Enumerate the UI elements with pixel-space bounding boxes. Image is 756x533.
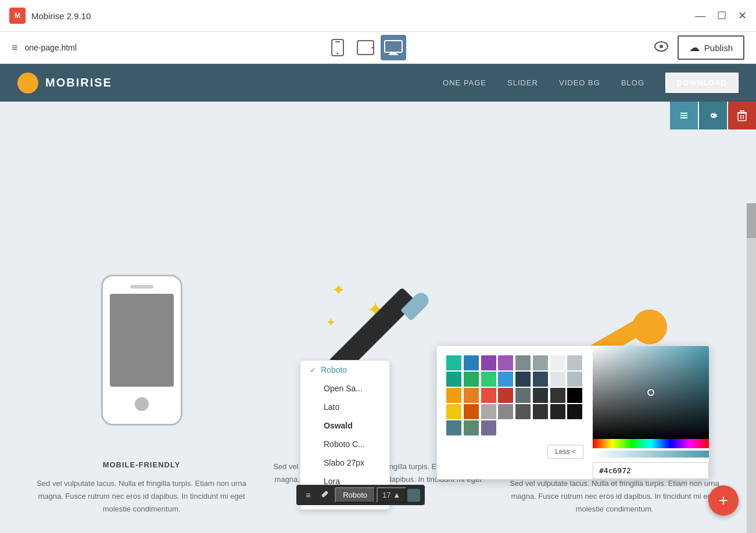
swatch-19[interactable] (481, 388, 496, 403)
swatch-11[interactable] (481, 372, 496, 387)
tablet-view-button[interactable] (353, 35, 378, 60)
app-logo: M (9, 8, 26, 24)
swatch-4[interactable] (498, 355, 513, 370)
edit-toolbar (670, 102, 756, 129)
hex-input[interactable] (593, 462, 709, 479)
col-1-image (35, 251, 248, 449)
swatch-29[interactable] (515, 404, 531, 419)
swatch-21[interactable] (515, 388, 531, 403)
font-option-lato[interactable]: Lato (300, 398, 389, 416)
svg-rect-3 (357, 41, 374, 55)
font-option-roboto[interactable]: ✓ Roboto (300, 361, 389, 379)
swatch-22[interactable] (533, 388, 548, 403)
swatch-20[interactable] (498, 388, 513, 403)
cloud-icon: ☁ (689, 41, 700, 54)
swatch-14[interactable] (533, 372, 548, 387)
swatch-24[interactable] (567, 388, 582, 403)
swatch-35[interactable] (481, 420, 496, 435)
swatch-27[interactable] (481, 404, 496, 419)
nav-link-video-bg[interactable]: VIDEO BG (559, 78, 600, 87)
publish-label: Publish (704, 43, 733, 53)
swatch-9[interactable] (446, 372, 461, 387)
font-option-roboto-c[interactable]: Roboto C... (300, 435, 389, 453)
swatch-7[interactable] (550, 355, 565, 370)
color-picker-panel: Less < (436, 345, 710, 480)
toolbar: ≡ one-page.html (0, 32, 756, 64)
mobile-view-button[interactable] (325, 35, 350, 60)
alpha-bar[interactable] (593, 451, 709, 458)
svg-rect-5 (385, 41, 402, 52)
nav-link-slider[interactable]: SLIDER (507, 78, 538, 87)
swatch-28[interactable] (498, 404, 513, 419)
sort-button[interactable] (670, 102, 698, 129)
swatch-31[interactable] (550, 404, 565, 419)
align-button[interactable]: ≡ (301, 488, 315, 502)
swatch-18[interactable] (464, 388, 479, 403)
file-name: one-page.html (25, 43, 77, 52)
add-block-button[interactable]: + (708, 485, 739, 516)
svg-point-9 (660, 45, 663, 48)
swatch-3[interactable] (481, 355, 496, 370)
swatch-30[interactable] (533, 404, 548, 419)
swatch-5[interactable] (515, 355, 531, 370)
close-button[interactable]: ✕ (738, 10, 747, 21)
nav-link-one-page[interactable]: ONE PAGE (443, 78, 486, 87)
toolbar-left: ≡ one-page.html (12, 42, 77, 54)
swatch-10[interactable] (464, 372, 479, 387)
menu-icon[interactable]: ≡ (12, 42, 18, 54)
swatch-12[interactable] (498, 372, 513, 387)
swatch-33[interactable] (446, 420, 461, 435)
scrollbar[interactable] (747, 203, 756, 533)
nav-link-blog[interactable]: BLOG (621, 78, 644, 87)
swatch-6[interactable] (533, 355, 548, 370)
less-button[interactable]: Less < (547, 445, 583, 459)
preview-button[interactable] (654, 41, 668, 55)
font-name-button[interactable]: Roboto (335, 487, 375, 503)
less-btn-wrapper: Less < (446, 440, 583, 459)
delete-button[interactable] (728, 102, 756, 129)
device-switcher (325, 35, 406, 60)
swatch-26[interactable] (464, 404, 479, 419)
maximize-button[interactable]: ☐ (717, 10, 726, 21)
swatch-2[interactable] (464, 355, 479, 370)
swatch-23[interactable] (550, 388, 565, 403)
window-controls: — ☐ ✕ (695, 10, 747, 21)
main-content: MOBILE-FRIENDLY Sed vel vulputate lacus.… (0, 102, 756, 533)
scrollbar-thumb[interactable] (747, 203, 756, 238)
hue-bar[interactable] (593, 439, 709, 448)
brand-name: MOBIRISE (45, 76, 112, 89)
swatch-13[interactable] (515, 372, 531, 387)
phone-speaker (130, 285, 153, 289)
swatch-15[interactable] (550, 372, 565, 387)
font-option-slabo[interactable]: Slabo 27px (300, 453, 389, 472)
swatches-grid (446, 355, 583, 435)
swatch-16[interactable] (567, 372, 582, 387)
app-title: Mobirise 2.9.10 (31, 11, 91, 21)
font-size-button[interactable]: 17 ▲ (377, 487, 406, 503)
swatch-8[interactable] (567, 355, 582, 370)
swatches-area: Less < (437, 346, 593, 479)
link-button[interactable] (316, 488, 334, 502)
download-button[interactable]: DOWNLOAD (665, 73, 739, 93)
sparkle-3: ✦ (326, 315, 336, 329)
gradient-canvas[interactable] (593, 346, 709, 439)
swatch-1[interactable] (446, 355, 461, 370)
column-1: MOBILE-FRIENDLY Sed vel vulputate lacus.… (23, 251, 260, 516)
phone-button (135, 397, 149, 411)
font-color-button[interactable] (407, 489, 420, 502)
minimize-button[interactable]: — (695, 10, 705, 21)
svg-rect-7 (389, 54, 398, 55)
brand-logo (17, 73, 38, 93)
settings-button[interactable] (699, 102, 727, 129)
font-option-oswald[interactable]: Oswald (300, 416, 389, 435)
phone-icon (101, 275, 182, 426)
gradient-selector[interactable] (647, 389, 654, 396)
swatch-17[interactable] (446, 388, 461, 403)
desktop-view-button[interactable] (381, 35, 406, 60)
font-option-open-sans[interactable]: Open Sa... (300, 379, 389, 398)
swatch-32[interactable] (567, 404, 582, 419)
swatch-25[interactable] (446, 404, 461, 419)
col-3-text: Sed vel vulputate lacus. Nulla et fringi… (508, 477, 721, 516)
swatch-34[interactable] (464, 420, 479, 435)
publish-button[interactable]: ☁ Publish (678, 35, 744, 60)
